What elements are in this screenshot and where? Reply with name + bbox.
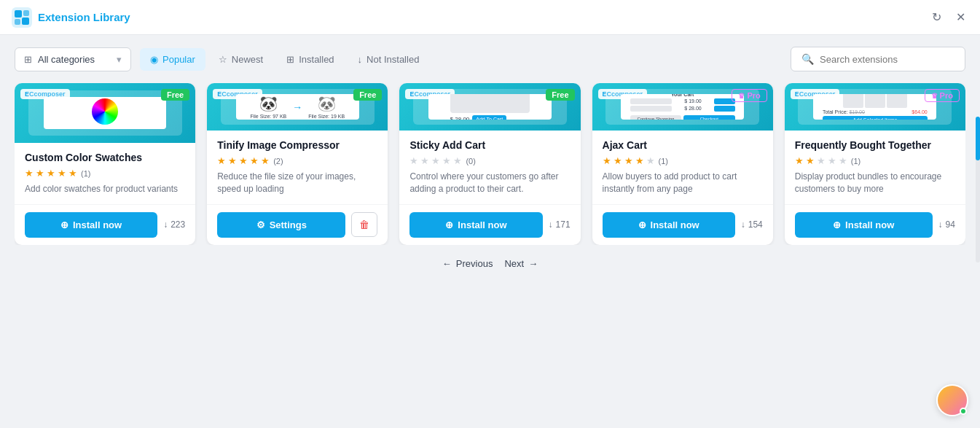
refresh-button[interactable]: ↻	[929, 7, 944, 27]
card-description: Display product bundles to encourage cus…	[795, 171, 955, 195]
download-count: ↓ 94	[938, 219, 955, 230]
card-badge-free: Free	[546, 89, 574, 101]
download-count: ↓ 223	[163, 219, 185, 230]
star-3: ★	[47, 168, 55, 179]
category-select[interactable]: ⊞ All categories ▾	[15, 47, 131, 71]
card-thumbnail-fbt: ECcomposer Total Price: $19.00 $64.00	[785, 83, 965, 131]
extension-card-ajax-cart: ECcomposer Your Cart $ 19.00	[592, 83, 773, 245]
card-badge-free: Free	[161, 89, 189, 101]
download-number: 94	[946, 219, 955, 230]
download-icon: ↓	[741, 219, 745, 230]
svg-rect-3	[15, 19, 20, 25]
previous-button[interactable]: ← Previous	[442, 258, 493, 269]
scroll-thumb[interactable]	[976, 117, 980, 160]
next-button[interactable]: Next →	[504, 258, 538, 269]
tab-not-installed[interactable]: ↓ Not Installed	[348, 48, 430, 71]
close-button[interactable]: ✕	[953, 7, 968, 27]
card-stars: ★ ★ ★ ★ ★ (1)	[25, 168, 185, 179]
star-4: ★	[828, 155, 836, 166]
star-5: ★	[68, 168, 77, 179]
filters-left: ⊞ All categories ▾ ◉ Popular ☆ Newest ⊞ …	[15, 47, 429, 71]
install-button-fbt[interactable]: ⊕ Install now	[795, 212, 933, 238]
grid-icon: ⊞	[24, 54, 32, 65]
star-5: ★	[646, 155, 655, 166]
card-thumbnail-tinify: ECcomposer 🐼 File Size: 97 KB → 🐼 File S…	[207, 83, 388, 131]
close-icon: ✕	[956, 10, 965, 24]
card-thumbnail-color-swatches: ECcomposer Color:	[15, 83, 195, 143]
extension-card-tinify: ECcomposer 🐼 File Size: 97 KB → 🐼 File S…	[207, 83, 388, 245]
installed-tab-label: Installed	[299, 54, 334, 65]
install-button-sticky-cart[interactable]: ⊕ Install now	[409, 212, 542, 238]
card-badge-free: Free	[353, 89, 382, 101]
arrow-right-icon: →	[528, 258, 538, 269]
star-4: ★	[250, 155, 259, 166]
card-description: Allow buyers to add product to cart inst…	[603, 171, 763, 195]
install-label: Install now	[458, 219, 506, 230]
trash-icon: 🗑	[359, 219, 369, 230]
star-1: ★	[217, 155, 226, 166]
star-2: ★	[806, 155, 815, 166]
card-title: Sticky Add Cart	[409, 139, 570, 151]
rating-count: (1)	[659, 157, 668, 166]
card-stars: ★ ★ ★ ★ ★ (1)	[603, 155, 763, 166]
download-count: ↓ 154	[741, 219, 763, 230]
search-input[interactable]	[820, 54, 954, 65]
card-thumbnail-ajax: ECcomposer Your Cart $ 19.00	[592, 83, 773, 131]
star-4: ★	[58, 168, 66, 179]
download-number: 154	[748, 219, 763, 230]
popular-tab-label: Popular	[162, 54, 195, 65]
plus-circle-icon: ⊕	[638, 219, 646, 230]
download-icon: ↓	[938, 219, 943, 230]
next-label: Next	[504, 258, 524, 269]
extension-card-fbt: ECcomposer Total Price: $19.00 $64.00	[785, 83, 965, 245]
rating-count: (0)	[466, 157, 475, 166]
pagination: ← Previous Next →	[15, 258, 965, 269]
card-stars: ★ ★ ★ ★ ★ (0)	[409, 155, 570, 166]
scroll-indicator[interactable]	[976, 117, 980, 262]
card-title: Tinify Image Compressor	[217, 139, 377, 151]
gear-icon: ⚙	[256, 219, 265, 230]
not-installed-tab-icon: ↓	[358, 54, 363, 65]
star-1: ★	[25, 168, 34, 179]
card-description: Reduce the file size of your images, spe…	[217, 171, 377, 195]
star-4: ★	[442, 155, 451, 166]
tab-installed[interactable]: ⊞ Installed	[276, 48, 344, 71]
crown-icon: ♛	[931, 92, 938, 100]
rating-count: (1)	[851, 157, 861, 166]
card-preview: 🐼 File Size: 97 KB → 🐼 File Size: 19 KB	[221, 89, 375, 125]
title-bar-actions: ↻ ✕	[929, 7, 968, 27]
download-icon: ↓	[163, 219, 168, 230]
card-badge-pro: ♛ Pro	[925, 89, 960, 102]
install-button-color-swatches[interactable]: ⊕ Install now	[25, 212, 157, 238]
delete-button-tinify[interactable]: 🗑	[351, 212, 377, 237]
card-stars: ★ ★ ★ ★ ★ (1)	[795, 155, 955, 166]
main-content: ⊞ All categories ▾ ◉ Popular ☆ Newest ⊞ …	[0, 35, 980, 428]
card-title: Ajax Cart	[603, 139, 763, 151]
tab-newest[interactable]: ☆ Newest	[208, 48, 273, 71]
app-title: Extension Library	[38, 11, 130, 23]
newest-tab-icon: ☆	[219, 54, 227, 65]
install-label: Install now	[845, 219, 894, 230]
card-preview: $ 28.00 Add To Cart	[413, 89, 567, 125]
card-stars: ★ ★ ★ ★ ★ (2)	[217, 155, 377, 166]
rating-count: (2)	[273, 157, 283, 166]
chevron-down-icon: ▾	[117, 54, 122, 65]
filters-row: ⊞ All categories ▾ ◉ Popular ☆ Newest ⊞ …	[15, 47, 965, 71]
install-button-ajax-cart[interactable]: ⊕ Install now	[603, 212, 735, 238]
not-installed-tab-label: Not Installed	[366, 54, 419, 65]
title-bar: Extension Library ↻ ✕	[0, 0, 980, 35]
download-count: ↓ 171	[549, 219, 571, 230]
star-1: ★	[409, 155, 418, 166]
plus-circle-icon: ⊕	[833, 219, 841, 230]
star-3: ★	[624, 155, 633, 166]
star-1: ★	[603, 155, 611, 166]
star-2: ★	[36, 168, 44, 179]
svg-rect-2	[23, 10, 29, 16]
install-label: Install now	[651, 219, 699, 230]
star-5: ★	[453, 155, 462, 166]
settings-button-tinify[interactable]: ⚙ Settings	[217, 212, 345, 238]
tab-popular[interactable]: ◉ Popular	[140, 48, 205, 71]
newest-tab-label: Newest	[232, 54, 263, 65]
star-5: ★	[261, 155, 270, 166]
plus-circle-icon: ⊕	[445, 219, 453, 230]
